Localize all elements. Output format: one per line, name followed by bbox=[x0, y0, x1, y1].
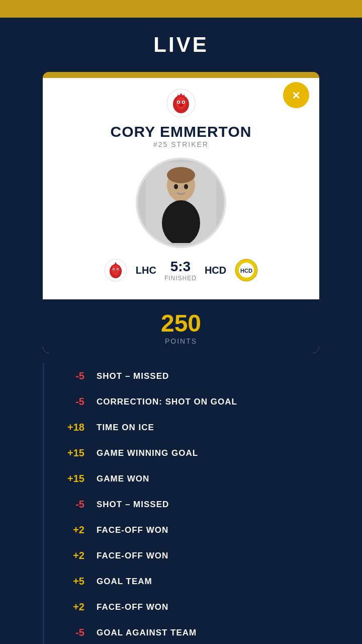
stat-value: -5 bbox=[54, 627, 84, 638]
svg-point-17 bbox=[184, 184, 188, 189]
stat-row: -5CORRECTION: SHOT ON GOAL bbox=[43, 389, 319, 415]
stat-value: -5 bbox=[54, 396, 84, 408]
stat-row: -5SHOT – MISSED bbox=[43, 492, 319, 517]
svg-point-9 bbox=[183, 102, 185, 103]
stats-list: -5SHOT – MISSED-5CORRECTION: SHOT ON GOA… bbox=[43, 358, 319, 644]
stat-row: -5SHOT – MISSED bbox=[43, 363, 319, 389]
stat-row: +2FACE-OFF WON bbox=[43, 594, 319, 620]
match-score: 5:3 bbox=[170, 259, 191, 275]
svg-text:HCD: HCD bbox=[240, 268, 252, 274]
player-name: CORY EMMERTON bbox=[111, 123, 252, 140]
top-bar bbox=[0, 0, 362, 18]
stat-row: +18TIME ON ICE bbox=[43, 415, 319, 440]
stat-label: CORRECTION: SHOT ON GOAL bbox=[97, 397, 237, 407]
stat-row: +15GAME WON bbox=[43, 466, 319, 492]
stat-row: +2FACE-OFF WON bbox=[43, 517, 319, 543]
svg-point-13 bbox=[167, 167, 195, 183]
points-section: 250 POINTS bbox=[43, 299, 319, 353]
stat-label: SHOT – MISSED bbox=[97, 371, 169, 381]
points-label: POINTS bbox=[43, 337, 319, 345]
svg-point-8 bbox=[178, 102, 179, 103]
stat-row: +5GOAL TEAM bbox=[43, 569, 319, 594]
home-team-logo bbox=[104, 258, 128, 282]
match-row: LHC 5:3 FINISHED HCD HCD bbox=[58, 258, 304, 282]
live-title: LIVE bbox=[0, 18, 362, 72]
stat-row: -5GOAL AGAINST TEAM bbox=[43, 620, 319, 644]
player-subtitle: #25 STRIKER bbox=[153, 140, 209, 148]
card-top-bar bbox=[43, 72, 319, 78]
stat-label: GOAL AGAINST TEAM bbox=[97, 628, 197, 638]
stat-label: SHOT – MISSED bbox=[97, 500, 169, 510]
stat-value: +15 bbox=[54, 447, 84, 459]
stat-value: +2 bbox=[54, 601, 84, 613]
svg-point-21 bbox=[112, 265, 120, 275]
stat-value: +18 bbox=[54, 422, 84, 433]
stat-label: FACE-OFF WON bbox=[97, 525, 168, 535]
stat-label: FACE-OFF WON bbox=[97, 602, 168, 612]
stat-value: +2 bbox=[54, 524, 84, 536]
stat-value: +2 bbox=[54, 550, 84, 561]
stat-row: +15GAME WINNING GOAL bbox=[43, 440, 319, 466]
player-photo bbox=[136, 157, 226, 248]
stat-label: TIME ON ICE bbox=[97, 423, 154, 433]
stat-row: +2FACE-OFF WON bbox=[43, 543, 319, 569]
home-team-label: LHC bbox=[136, 265, 156, 276]
svg-point-16 bbox=[174, 184, 178, 189]
stat-label: GAME WON bbox=[97, 474, 149, 484]
player-card: × CORY EMMERTON #25 STRIKER bbox=[43, 72, 319, 353]
stat-value: +15 bbox=[54, 473, 84, 485]
points-value: 250 bbox=[43, 309, 319, 337]
close-button[interactable]: × bbox=[283, 82, 309, 108]
stat-label: GAME WINNING GOAL bbox=[97, 448, 198, 458]
stat-label: GOAL TEAM bbox=[97, 577, 152, 587]
stat-label: FACE-OFF WON bbox=[97, 551, 168, 561]
svg-point-10 bbox=[178, 104, 184, 107]
team-logo-top bbox=[166, 88, 196, 118]
stat-value: -5 bbox=[54, 370, 84, 382]
stat-value: +5 bbox=[54, 576, 84, 587]
away-team-label: HCD bbox=[205, 265, 226, 276]
match-status: FINISHED bbox=[164, 275, 197, 282]
svg-point-25 bbox=[117, 269, 118, 270]
away-team-logo: HCD bbox=[234, 258, 258, 282]
stat-value: -5 bbox=[54, 499, 84, 510]
svg-point-24 bbox=[113, 269, 114, 270]
close-icon: × bbox=[292, 89, 300, 102]
